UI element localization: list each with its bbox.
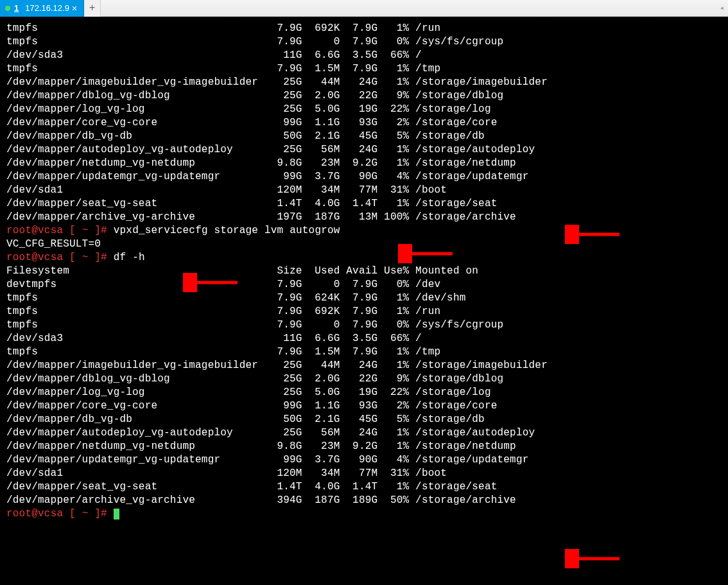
df-row: /dev/mapper/dblog_vg-dblog 25G 2.0G 22G … bbox=[6, 372, 722, 386]
scroll-left-icon[interactable]: ◂ bbox=[720, 3, 724, 13]
df-row: /dev/mapper/dblog_vg-dblog 25G 2.0G 22G … bbox=[6, 89, 722, 103]
df-row: tmpfs 7.9G 0 7.9G 0% /sys/fs/cgroup bbox=[6, 35, 722, 49]
df-row: /dev/mapper/core_vg-core 99G 1.1G 93G 2%… bbox=[6, 399, 722, 413]
df-row: /dev/mapper/imagebuilder_vg-imagebuilder… bbox=[6, 76, 722, 89]
df-row: /dev/mapper/imagebuilder_vg-imagebuilder… bbox=[6, 359, 722, 372]
terminal-output[interactable]: tmpfs 7.9G 692K 7.9G 1% /runtmpfs 7.9G 0… bbox=[0, 17, 728, 526]
prompt-line: root@vcsa [ ~ ]# bbox=[6, 507, 722, 521]
df-row: /dev/mapper/archive_vg-archive 197G 187G… bbox=[6, 211, 722, 224]
annotation-arrow-icon bbox=[565, 549, 623, 568]
df-row: /dev/mapper/db_vg-db 50G 2.1G 45G 5% /st… bbox=[6, 130, 722, 143]
add-tab-button[interactable]: + bbox=[84, 0, 101, 17]
df-row: /dev/mapper/autodeploy_vg-autodeploy 25G… bbox=[6, 426, 722, 440]
title-bar: 1 172.16.12.9 × + ◂ bbox=[0, 0, 728, 17]
tab-session[interactable]: 1 172.16.12.9 × bbox=[0, 0, 84, 17]
df-row: /dev/mapper/archive_vg-archive 394G 187G… bbox=[6, 494, 722, 507]
df-row: tmpfs 7.9G 0 7.9G 0% /sys/fs/cgroup bbox=[6, 319, 722, 332]
df-row: /dev/mapper/seat_vg-seat 1.4T 4.0G 1.4T … bbox=[6, 480, 722, 494]
df-row: tmpfs 7.9G 692K 7.9G 1% /run bbox=[6, 22, 722, 35]
df-row: tmpfs 7.9G 1.5M 7.9G 1% /tmp bbox=[6, 345, 722, 359]
close-icon[interactable]: × bbox=[69, 3, 77, 13]
prompt-line: root@vcsa [ ~ ]# vpxd_servicecfg storage… bbox=[6, 224, 722, 238]
df-row: /dev/mapper/log_vg-log 25G 5.0G 19G 22% … bbox=[6, 103, 722, 116]
df-row: /dev/mapper/netdump_vg-netdump 9.8G 23M … bbox=[6, 440, 722, 453]
df-row: /dev/sda3 11G 6.6G 3.5G 66% / bbox=[6, 49, 722, 62]
df-row: /dev/mapper/updatemgr_vg-updatemgr 99G 3… bbox=[6, 170, 722, 184]
df-row: tmpfs 7.9G 692K 7.9G 1% /run bbox=[6, 305, 722, 319]
df-row: tmpfs 7.9G 1.5M 7.9G 1% /tmp bbox=[6, 62, 722, 76]
df-row: /dev/mapper/seat_vg-seat 1.4T 4.0G 1.4T … bbox=[6, 197, 722, 211]
output-line: VC_CFG_RESULT=0 bbox=[6, 238, 722, 251]
df-row: devtmpfs 7.9G 0 7.9G 0% /dev bbox=[6, 278, 722, 292]
df-row: /dev/mapper/updatemgr_vg-updatemgr 99G 3… bbox=[6, 453, 722, 467]
tab-number: 1 bbox=[14, 3, 19, 13]
prompt-line: root@vcsa [ ~ ]# df -h bbox=[6, 251, 722, 265]
cursor-icon bbox=[114, 509, 119, 520]
df-row: /dev/mapper/log_vg-log 25G 5.0G 19G 22% … bbox=[6, 386, 722, 399]
df-row: tmpfs 7.9G 624K 7.9G 1% /dev/shm bbox=[6, 292, 722, 305]
tab-title: 172.16.12.9 bbox=[25, 3, 69, 13]
df-row: /dev/mapper/netdump_vg-netdump 9.8G 23M … bbox=[6, 157, 722, 170]
status-dot-icon bbox=[5, 6, 10, 11]
df-header: Filesystem Size Used Avail Use% Mounted … bbox=[6, 265, 722, 278]
df-row: /dev/mapper/db_vg-db 50G 2.1G 45G 5% /st… bbox=[6, 413, 722, 426]
df-row: /dev/sda1 120M 34M 77M 31% /boot bbox=[6, 467, 722, 480]
df-row: /dev/sda3 11G 6.6G 3.5G 66% / bbox=[6, 332, 722, 345]
df-row: /dev/mapper/core_vg-core 99G 1.1G 93G 2%… bbox=[6, 116, 722, 130]
df-row: /dev/mapper/autodeploy_vg-autodeploy 25G… bbox=[6, 143, 722, 157]
df-row: /dev/sda1 120M 34M 77M 31% /boot bbox=[6, 184, 722, 197]
